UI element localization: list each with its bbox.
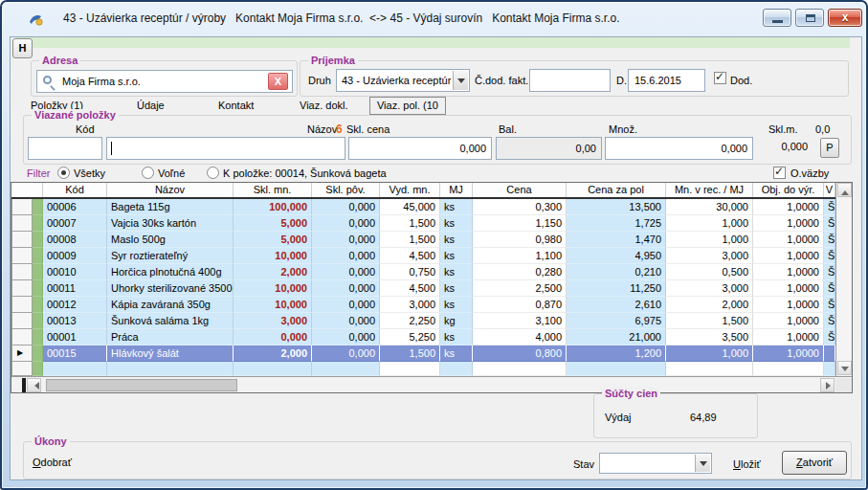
radio-vsetky-label[interactable]: Všetky [74, 167, 105, 179]
address-input[interactable]: Moja Firma s.r.o. X [36, 70, 293, 93]
scroll-left-button[interactable] [27, 378, 41, 392]
table-cell: 00012 [43, 297, 107, 313]
row-selector [11, 232, 33, 248]
table-cell: kg [440, 313, 473, 329]
horizontal-scroll-thumb[interactable] [46, 379, 237, 391]
scroll-up-button[interactable] [837, 183, 852, 197]
receipt-group-label: Príjemka [308, 55, 358, 66]
table-row[interactable]: 00013Šunková saláma 1kg3,0000,0002,250kg… [11, 313, 835, 329]
table-cell: 00009 [43, 248, 107, 264]
table-row[interactable]: ▶00015Hlávkový šalát2,0000,0001,500ks0,8… [11, 345, 835, 362]
ovazby-label[interactable]: O.väzby [790, 167, 829, 179]
vertical-scrollbar[interactable] [835, 183, 852, 376]
table-row[interactable]: 00007Vajcia 30ks kartón5,0000,0001,500ks… [11, 215, 835, 232]
table-row[interactable]: 00001Práca0,0000,0005,250ks4,00021,0003,… [11, 329, 835, 345]
h-button[interactable]: H [12, 38, 33, 58]
clear-address-button[interactable]: X [268, 73, 288, 90]
title-bar[interactable]: 43 - Uzávierka receptúr / výroby Kontakt… [2, 2, 866, 34]
table-cell: Uhorky sterilizované 3500g [107, 280, 234, 297]
table-cell: Š [824, 215, 835, 232]
table-cell: Š [824, 232, 835, 248]
maximize-button[interactable] [795, 9, 824, 27]
column-header[interactable]: Cena [473, 183, 567, 197]
druh-dropdown-button[interactable] [453, 71, 468, 90]
text-cursor [111, 142, 112, 155]
dod-checkbox[interactable]: ✓ [714, 72, 726, 84]
table-cell: 1,0000 [753, 215, 824, 232]
table-cell: 11,250 [567, 280, 666, 297]
radio-k-polozke-label[interactable]: K položke: 00014, Šunková bageta [223, 167, 387, 179]
column-header[interactable]: Obj. do výr. [753, 183, 824, 197]
column-header[interactable]: Vyd. mn. [380, 183, 440, 197]
bal-input[interactable]: 0,00 [496, 137, 602, 160]
table-row[interactable]: 00008Maslo 500g5,0000,0001,500ks0,9801,4… [11, 232, 835, 248]
table-cell: 1,0000 [753, 199, 824, 215]
column-header[interactable]: Cena za pol [567, 183, 666, 197]
sklm-value: 0,000 [752, 141, 808, 152]
table-cell: 0,980 [473, 232, 567, 248]
horizontal-scrollbar[interactable] [11, 376, 852, 392]
table-empty-cell [567, 362, 666, 376]
column-header[interactable]: V [824, 183, 835, 197]
table-row[interactable]: 00012Kápia zaváraná 350g10,0000,0003,000… [11, 297, 835, 313]
table-cell: 1,500 [380, 232, 440, 248]
table-row[interactable]: 00006Bageta 115g100,0000,00045,000ks0,30… [11, 199, 835, 215]
tab-udaje[interactable]: Údaje [137, 100, 165, 111]
column-header[interactable]: Mn. v rec. / MJ [666, 183, 753, 197]
ulozit-button[interactable]: Uložiť [733, 458, 761, 470]
date-input[interactable]: 15.6.2015 [628, 69, 705, 92]
table-row[interactable]: 00010Horčica plnotučná 400g2,0000,0000,7… [11, 264, 835, 280]
table-cell: 0,750 [380, 264, 440, 280]
table-cell: 0,000 [312, 232, 380, 248]
app-icon [28, 12, 43, 27]
odobrat-button[interactable]: Odobrať [33, 457, 72, 468]
tab-kontakt[interactable]: Kontakt [218, 100, 254, 111]
row-status-strip [33, 329, 43, 345]
ovazby-checkbox[interactable]: ✓ [773, 167, 786, 179]
splitter-handle[interactable] [22, 378, 26, 392]
table-cell: 4,500 [380, 280, 440, 297]
column-header[interactable]: Kód [43, 183, 107, 197]
column-header[interactable]: Názov [107, 183, 234, 197]
table-cell: 5,000 [234, 215, 312, 232]
p-button[interactable]: P [820, 138, 839, 158]
tab-viaz-pol-active[interactable]: Viaz. pol. (10 [369, 97, 446, 115]
scroll-right-button[interactable] [820, 378, 835, 392]
druh-combobox[interactable]: 43 - Uzávierka receptúr / [336, 69, 470, 92]
column-header[interactable]: MJ [440, 183, 473, 197]
zatvorit-button[interactable]: Zatvoriť [782, 451, 847, 475]
radio-k-polozke[interactable] [207, 167, 219, 179]
table-cell: ks [440, 329, 473, 345]
table-row[interactable]: 00009Syr roztierateľný10,0000,0004,500ks… [11, 248, 835, 264]
kod-input[interactable] [28, 137, 102, 160]
radio-volne[interactable] [142, 167, 154, 179]
column-header[interactable]: Skl. pôv. [312, 183, 380, 197]
table-cell [824, 345, 835, 362]
radio-volne-label[interactable]: Voľné [158, 167, 185, 179]
tab-viaz-dokl[interactable]: Viaz. dokl. [300, 100, 348, 111]
mnoz-input[interactable]: 0,000 [605, 137, 753, 160]
table-cell: Š [824, 280, 835, 297]
close-button[interactable]: x [828, 9, 862, 27]
table-empty-cell [43, 362, 107, 376]
column-header[interactable]: Skl. mn. [234, 183, 312, 197]
minimize-button[interactable] [763, 9, 791, 27]
table-cell: 0,280 [473, 264, 567, 280]
table-row[interactable]: 00011Uhorky sterilizované 3500g10,0000,0… [11, 280, 835, 297]
scroll-down-button[interactable] [837, 361, 852, 375]
totals-group: Súčty cien Výdaj 64,89 [593, 393, 758, 438]
table-cell: 1,0000 [753, 280, 824, 297]
table-cell: 0,000 [312, 199, 380, 215]
vydaj-label: Výdaj [605, 412, 632, 423]
stav-dropdown-button[interactable] [695, 455, 710, 472]
linked-items-group-label: Viazané položky [32, 109, 119, 121]
table-cell: 3,000 [380, 297, 440, 313]
nazov-input[interactable] [106, 137, 345, 160]
radio-vsetky[interactable] [57, 167, 70, 179]
row-status-strip [33, 232, 43, 248]
table-cell: ks [440, 297, 473, 313]
radio-dot-icon [61, 170, 66, 175]
stav-combobox[interactable] [599, 453, 712, 474]
cdod-input[interactable] [529, 69, 611, 92]
skl-cena-input[interactable]: 0,000 [348, 137, 492, 160]
